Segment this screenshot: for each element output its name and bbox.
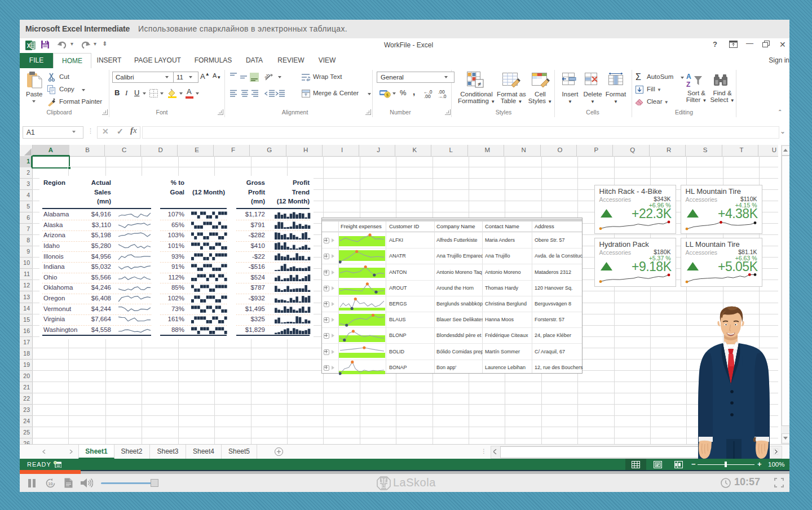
- svg-text:Z: Z: [686, 81, 690, 88]
- svg-text:≠: ≠: [478, 81, 481, 87]
- svg-text:→.0: →.0: [438, 94, 447, 99]
- svg-text:.00: .00: [424, 94, 431, 99]
- svg-text:X: X: [27, 43, 31, 49]
- svg-text:$: $: [386, 92, 389, 97]
- svg-text:10: 10: [48, 481, 52, 486]
- svg-text:ab: ab: [264, 73, 271, 81]
- svg-text:A: A: [686, 73, 691, 81]
